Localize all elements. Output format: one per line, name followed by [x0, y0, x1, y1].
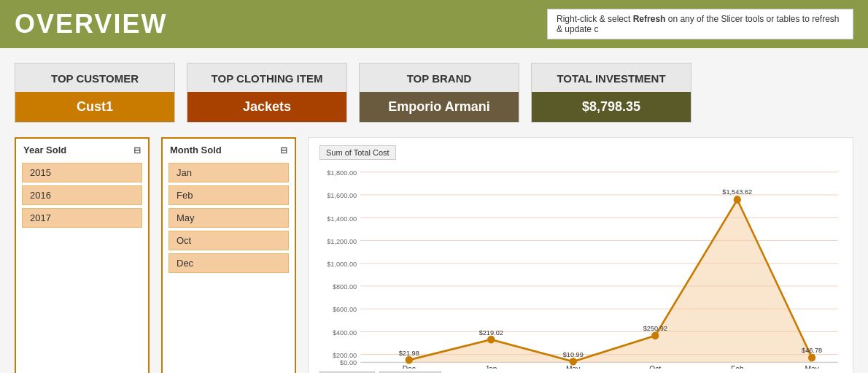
svg-text:$1,600.00: $1,600.00	[327, 191, 357, 199]
kpi-total-investment-value: $8,798.35	[532, 92, 691, 122]
year-slicer-item-2016[interactable]: 2016	[22, 185, 142, 205]
kpi-row: TOP CUSTOMER Cust1 TOP CLOTHING ITEM Jac…	[0, 48, 868, 130]
year-slicer-header: Year Sold ⊟	[16, 139, 148, 160]
svg-text:$250.92: $250.92	[643, 324, 667, 332]
svg-text:$1,543.62: $1,543.62	[722, 188, 752, 196]
kpi-top-clothing: TOP CLOTHING ITEM Jackets	[187, 63, 347, 123]
month-slicer-item-oct[interactable]: Oct	[168, 231, 289, 250]
svg-text:$600.00: $600.00	[333, 305, 357, 313]
svg-text:May: May	[805, 364, 819, 369]
month-slicer-header: Month Sold ⊟	[163, 139, 295, 160]
svg-point-25	[734, 196, 741, 204]
svg-text:Feb: Feb	[731, 364, 744, 369]
page-title: OVERVIEW	[15, 9, 167, 39]
header-notice: Right-click & select Refresh on any of t…	[547, 9, 853, 39]
month-slicer-item-dec[interactable]: Dec	[168, 253, 289, 273]
svg-text:Jan: Jan	[485, 364, 497, 369]
chart-container: Sum of Total Cost $1,800.00 $1,600.00 $1…	[308, 137, 853, 373]
svg-text:Dec: Dec	[403, 364, 416, 369]
kpi-top-customer-value: Cust1	[15, 92, 174, 122]
month-slicer-filter-icon[interactable]: ⊟	[280, 145, 287, 155]
svg-text:Oct: Oct	[649, 364, 661, 369]
svg-text:$1,000.00: $1,000.00	[327, 260, 357, 268]
year-slicer-filter-icon[interactable]: ⊟	[133, 145, 141, 155]
svg-text:$10.99: $10.99	[563, 350, 584, 358]
chart-area: $1,800.00 $1,600.00 $1,400.00 $1,200.00 …	[319, 164, 842, 369]
kpi-top-brand: TOP BRAND Emporio Armani	[359, 63, 519, 123]
kpi-top-customer: TOP CUSTOMER Cust1	[15, 63, 175, 123]
notice-text: Right-click & select Refresh on any of t…	[557, 14, 840, 34]
month-slicer: Month Sold ⊟ Jan Feb May Oct Dec	[161, 137, 296, 373]
svg-text:$0.00: $0.00	[340, 358, 357, 366]
month-slicer-item-feb[interactable]: Feb	[168, 185, 289, 205]
kpi-total-investment: TOTAL INVESTMENT $8,798.35	[531, 63, 691, 123]
svg-text:May: May	[566, 364, 581, 369]
line-chart: $1,800.00 $1,600.00 $1,400.00 $1,200.00 …	[319, 164, 842, 369]
svg-text:$219.02: $219.02	[479, 328, 503, 336]
year-slicer-item-2017[interactable]: 2017	[22, 208, 142, 228]
svg-text:$800.00: $800.00	[333, 282, 357, 291]
kpi-top-clothing-value: Jackets	[187, 92, 346, 122]
svg-text:$1,200.00: $1,200.00	[327, 237, 357, 245]
svg-text:$21.98: $21.98	[399, 348, 419, 356]
header: OVERVIEW Right-click & select Refresh on…	[0, 0, 868, 48]
kpi-top-customer-label: TOP CUSTOMER	[15, 64, 174, 92]
svg-text:$1,800.00: $1,800.00	[327, 169, 357, 177]
svg-point-22	[487, 336, 495, 344]
month-slicer-item-may[interactable]: May	[168, 208, 289, 228]
month-slicer-label: Month Sold	[170, 145, 222, 155]
svg-point-26	[808, 354, 815, 362]
kpi-top-brand-label: TOP BRAND	[360, 64, 519, 92]
svg-point-24	[651, 331, 659, 339]
year-slicer: Year Sold ⊟ 2015 2016 2017	[15, 137, 150, 373]
svg-text:$1,400.00: $1,400.00	[327, 214, 357, 222]
main-content: Year Sold ⊟ 2015 2016 2017 Month Sold ⊟ …	[0, 130, 868, 373]
slicers: Year Sold ⊟ 2015 2016 2017 Month Sold ⊟ …	[15, 137, 296, 373]
svg-text:$400.00: $400.00	[333, 328, 357, 336]
svg-marker-20	[409, 199, 812, 362]
month-slicer-item-jan[interactable]: Jan	[168, 163, 289, 182]
year-slicer-item-2015[interactable]: 2015	[22, 163, 142, 182]
svg-text:$46.78: $46.78	[802, 346, 822, 354]
kpi-top-brand-value: Emporio Armani	[360, 92, 519, 122]
kpi-total-investment-label: TOTAL INVESTMENT	[532, 64, 691, 92]
chart-y-label: Sum of Total Cost	[319, 145, 396, 160]
kpi-top-clothing-label: TOP CLOTHING ITEM	[187, 64, 346, 92]
svg-point-21	[406, 356, 413, 364]
year-slicer-label: Year Sold	[23, 145, 66, 155]
